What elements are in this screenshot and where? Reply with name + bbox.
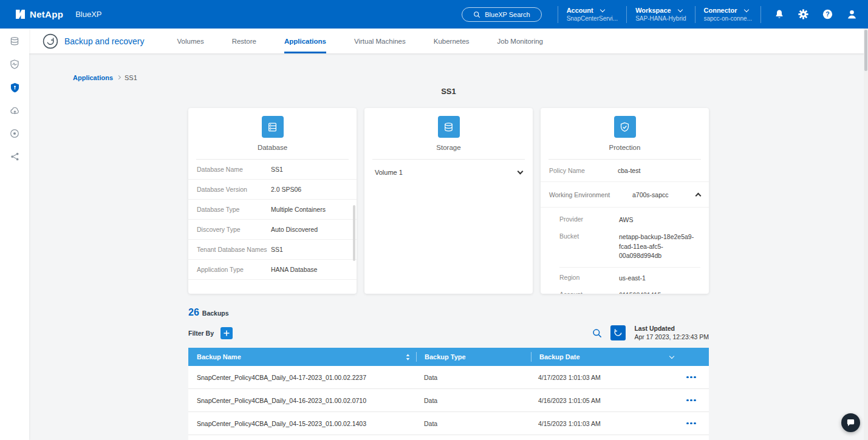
detail-value: us-east-1 (619, 274, 700, 283)
detail-label: Database Type (197, 206, 271, 213)
sync-icon[interactable] (0, 145, 29, 168)
add-filter-button[interactable] (220, 327, 233, 339)
database-card: Database Database NameSS1 Database Versi… (188, 108, 357, 294)
storage-card: Storage Volume 1 (364, 108, 533, 294)
policy-value: cba-test (618, 167, 640, 174)
table-search-icon[interactable] (592, 328, 602, 338)
detail-label: Discovery Type (197, 226, 271, 233)
working-environment-value: a700s-sapcc (632, 191, 669, 198)
tab-applications[interactable]: Applications (284, 29, 326, 53)
backups-section: 26 Backups Filter By Last (188, 307, 709, 440)
summary-cards: Database Database NameSS1 Database Versi… (188, 108, 709, 294)
product-name: BlueXP (75, 10, 101, 19)
protection-icon[interactable] (0, 76, 29, 99)
help-icon[interactable]: ? (822, 9, 833, 19)
backup-date-cell: 4/17/2023 1:01:03 AM (530, 374, 674, 381)
tab-kubernetes[interactable]: Kubernetes (434, 29, 470, 53)
breadcrumb-current: SS1 (125, 74, 137, 81)
sort-icon[interactable] (406, 354, 410, 360)
tab-restore[interactable]: Restore (232, 29, 256, 53)
refresh-button[interactable] (610, 325, 626, 340)
breadcrumb-separator-icon (117, 75, 121, 80)
detail-value: 2.0 SPS06 (271, 186, 301, 193)
last-updated-value: Apr 17 2023, 12:23:43 PM (634, 333, 709, 342)
account-selector[interactable]: Account SnapCenterServi... (558, 5, 627, 23)
storage-card-icon (438, 116, 460, 138)
we-detail-row: Account611568431415 (541, 287, 709, 294)
service-title: Backup and recovery (64, 36, 145, 46)
svg-text:?: ? (825, 10, 829, 18)
column-header-backup-date[interactable]: Backup Date (531, 348, 709, 366)
detail-value: Multiple Containers (271, 206, 326, 213)
row-actions-menu-icon[interactable] (684, 374, 699, 381)
policy-row: Policy Name cba-test (541, 160, 709, 182)
connector-value: sapcc-on-conne... (704, 15, 753, 22)
chat-widget-button[interactable] (841, 413, 860, 432)
workspace-selector[interactable]: Workspace SAP-HANA-Hybrid (627, 5, 694, 23)
detail-label: Region (559, 274, 619, 283)
volume-expander[interactable]: Volume 1 (364, 160, 533, 185)
mobility-icon[interactable] (0, 99, 29, 122)
detail-value: 611568431415 (619, 291, 700, 294)
storage-icon[interactable] (0, 30, 29, 53)
backup-name-cell: SnapCenter_Policy4CBA_Daily_04-17-2023_0… (188, 374, 416, 381)
detail-label: Database Version (197, 186, 271, 193)
bell-icon[interactable] (774, 9, 784, 19)
tab-job-monitoring[interactable]: Job Monitoring (497, 29, 543, 53)
bluexp-search[interactable]: BlueXP Search (462, 7, 541, 22)
detail-value: netapp-backup-18e2e5a9-fcad-11ea-afc5-00… (619, 232, 700, 261)
last-updated-label: Last Updated (634, 325, 709, 333)
backup-name-cell: SnapCenter_Policy4CBA_Daily_04-16-2023_0… (188, 397, 416, 404)
netapp-logo-icon (16, 10, 25, 19)
database-card-title: Database (188, 144, 357, 152)
database-detail-row: Database NameSS1 (188, 160, 357, 180)
column-header-backup-type[interactable]: Backup Type (417, 353, 531, 360)
connector-label: Connector (704, 7, 737, 14)
database-detail-row: Tenant Database NamesSS1 (188, 240, 357, 260)
chat-icon (846, 418, 855, 427)
connector-selector[interactable]: Connector sapcc-on-conne... (695, 5, 761, 23)
database-detail-row: Discovery TypeAuto Discovered (188, 220, 357, 240)
health-icon[interactable] (0, 53, 29, 76)
chevron-down-icon (518, 169, 524, 175)
governance-icon[interactable] (0, 122, 29, 145)
header-icons: ? (774, 9, 857, 19)
chevron-down-icon (669, 353, 674, 358)
backup-type-cell: Data (416, 374, 530, 381)
column-label: Backup Name (197, 353, 241, 360)
user-icon[interactable] (847, 9, 857, 19)
backup-type-cell: Data (416, 397, 530, 404)
protection-shield-icon (614, 116, 636, 138)
we-detail-row: Regionus-east-1 (541, 270, 709, 287)
detail-value: Auto Discovered (271, 226, 318, 233)
detail-label: Tenant Database Names (197, 246, 271, 253)
column-header-backup-name[interactable]: Backup Name (188, 348, 416, 366)
window-scrollbar-thumb[interactable] (864, 30, 867, 71)
breadcrumb: Applications SS1 (73, 73, 868, 81)
chevron-down-icon (677, 7, 682, 12)
top-header: NetApp BlueXP BlueXP Search Account Snap… (0, 0, 868, 29)
column-label: Backup Date (539, 353, 580, 360)
backup-date-cell: 4/15/2023 1:01:03 AM (530, 420, 674, 427)
protection-card-title: Protection (541, 144, 709, 152)
detail-label: Account (559, 291, 619, 294)
gear-icon[interactable] (798, 9, 808, 19)
workspace-label: Workspace (635, 7, 671, 14)
row-actions-menu-icon[interactable] (684, 397, 699, 404)
window-scrollbar[interactable] (864, 29, 868, 440)
breadcrumb-applications-link[interactable]: Applications (73, 74, 113, 81)
tab-volumes[interactable]: Volumes (177, 29, 204, 53)
backup-recovery-icon (43, 33, 58, 49)
backups-table: Backup Name Backup Type Backup Date Snap… (188, 348, 709, 440)
backups-count: 26 Backups (188, 307, 709, 317)
working-environment-expander[interactable]: Working Environment a700s-sapcc (541, 182, 709, 208)
tab-virtual-machines[interactable]: Virtual Machines (354, 29, 406, 53)
we-detail-row: ProviderAWS (541, 212, 709, 229)
row-actions-menu-icon[interactable] (684, 420, 699, 427)
card-scrollbar-thumb[interactable] (353, 205, 355, 261)
detail-label: Application Type (197, 266, 271, 273)
search-icon (473, 11, 480, 18)
volume-label: Volume 1 (375, 169, 403, 176)
backups-count-number: 26 (188, 307, 199, 318)
page-title: SS1 (29, 87, 868, 96)
